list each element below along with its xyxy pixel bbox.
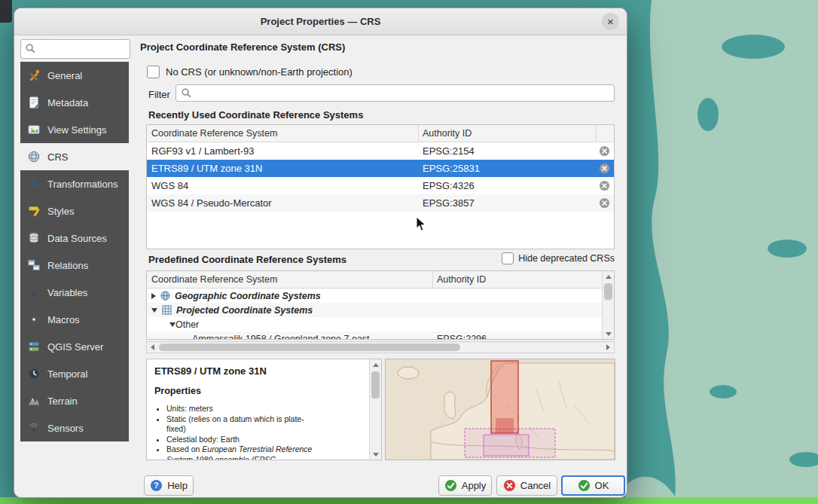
sidebar-item-relations[interactable]: Relations <box>20 252 129 279</box>
relations-icon <box>26 258 41 273</box>
crs-extent-map-preview <box>385 359 615 460</box>
sidebar-item-crs[interactable]: CRS <box>20 143 129 170</box>
crs-property-item: Celestial body: Earth <box>166 435 321 445</box>
collapse-icon[interactable] <box>169 322 176 327</box>
predefined-crs-row[interactable]: Ammassalik 1958 / Greenland zone 7 eastE… <box>147 331 614 340</box>
toolbar-fragment <box>0 0 12 23</box>
sidebar-item-label: Terrain <box>47 396 78 407</box>
projected-crs-icon <box>161 304 172 316</box>
predefined-crs-row[interactable]: Other <box>147 317 614 331</box>
crs-authority: EPSG:2296 <box>437 334 487 341</box>
sidebar-item-data-sources[interactable]: Data Sources <box>20 225 129 252</box>
crs-tree-label: Projected Coordinate Systems <box>176 305 313 316</box>
page-title: Project Coordinate Reference System (CRS… <box>140 41 345 53</box>
predefined-vertical-scrollbar[interactable] <box>602 271 614 339</box>
close-button[interactable]: × <box>602 13 619 30</box>
svg-text:ε: ε <box>32 287 37 298</box>
search-icon <box>25 43 36 57</box>
recent-crs-row[interactable]: WGS 84 / Pseudo-MercatorEPSG:3857 <box>147 194 614 212</box>
cancel-button-label: Cancel <box>520 480 551 491</box>
column-header-crs[interactable]: Coordinate Reference System <box>151 271 277 288</box>
remove-crs-icon[interactable] <box>599 180 610 191</box>
hide-deprecated-row: Hide deprecated CRSs <box>502 252 615 264</box>
scrollbar-thumb[interactable] <box>604 283 612 300</box>
sidebar-item-terrain[interactable]: Terrain <box>20 387 129 414</box>
sidebar-item-transformations[interactable]: Transformations <box>20 170 129 197</box>
statusbar-fragment <box>0 497 818 504</box>
sidebar-item-view-settings[interactable]: View Settings <box>20 116 129 143</box>
sidebar-item-temporal[interactable]: Temporal <box>20 360 129 387</box>
details-vertical-scrollbar[interactable] <box>369 359 381 460</box>
transformations-icon <box>26 176 41 191</box>
sidebar-item-sensors[interactable]: Sensors <box>20 414 129 441</box>
close-icon: × <box>607 15 614 28</box>
hide-deprecated-checkbox[interactable] <box>502 252 514 264</box>
column-header-authority[interactable]: Authority ID <box>423 125 472 142</box>
sidebar-item-styles[interactable]: Styles <box>20 197 129 225</box>
sidebar-item-metadata[interactable]: Metadata <box>20 89 129 116</box>
crs-property-item: Units: meters <box>166 404 321 414</box>
expand-icon[interactable] <box>151 293 156 299</box>
scrollbar-thumb[interactable] <box>159 344 460 351</box>
crs-details-panel: ETRS89 / UTM zone 31N Properties Units: … <box>146 359 382 460</box>
properties-heading: Properties <box>154 386 374 396</box>
recent-crs-table: Coordinate Reference System Authority ID… <box>146 124 615 249</box>
crs-tree-label: Geographic Coordinate Systems <box>175 291 321 301</box>
recent-crs-row[interactable]: WGS 84EPSG:4326 <box>147 177 614 194</box>
sidebar-item-label: CRS <box>47 151 68 163</box>
recent-crs-row[interactable]: RGF93 v1 / Lambert-93EPSG:2154 <box>147 142 614 160</box>
help-button-label: Help <box>167 480 188 491</box>
column-header-crs[interactable]: Coordinate Reference System <box>151 125 277 142</box>
sidebar-item-macros[interactable]: Macros <box>20 306 129 333</box>
no-crs-row: No CRS (or unknown/non-Earth projection) <box>147 66 353 78</box>
filter-input[interactable] <box>196 86 609 100</box>
data-sources-icon <box>26 231 41 246</box>
sidebar-item-qgis-server[interactable]: QGIS Server <box>20 333 129 360</box>
dialog-titlebar[interactable]: Project Properties — CRS × <box>14 8 627 35</box>
predefined-horizontal-scrollbar[interactable] <box>146 341 615 353</box>
remove-crs-icon[interactable] <box>599 197 610 209</box>
extent-map <box>386 359 615 460</box>
sidebar-item-label: Macros <box>47 314 80 325</box>
project-properties-dialog: Project Properties — CRS × GeneralMetada… <box>14 8 627 498</box>
crs-globe-icon <box>26 149 41 164</box>
selected-crs-name: ETRS89 / UTM zone 31N <box>154 365 374 377</box>
crs-name: WGS 84 / Pseudo-Mercator <box>151 194 272 212</box>
predefined-crs-row[interactable]: Projected Coordinate Systems <box>147 303 614 317</box>
help-button[interactable]: ? Help <box>144 475 194 496</box>
crs-authority: EPSG:25831 <box>423 160 480 177</box>
recent-section-title: Recently Used Coordinate Reference Syste… <box>148 109 363 121</box>
help-icon: ? <box>150 479 163 492</box>
sidebar-item-variables[interactable]: εVariables <box>20 279 129 306</box>
mouse-cursor <box>416 216 426 235</box>
view-settings-icon <box>26 122 41 137</box>
sidebar-item-label: Variables <box>47 287 87 298</box>
metadata-icon <box>26 95 41 110</box>
sidebar-item-general[interactable]: General <box>20 62 129 89</box>
remove-crs-icon[interactable] <box>599 163 610 174</box>
predefined-tree-body: Geographic Coordinate SystemsProjected C… <box>147 289 614 340</box>
predefined-crs-row[interactable]: Geographic Coordinate Systems <box>147 289 614 303</box>
sidebar-search <box>20 39 130 59</box>
recent-table-header: Coordinate Reference System Authority ID <box>147 125 614 142</box>
scrollbar-thumb[interactable] <box>371 371 380 399</box>
collapse-icon[interactable] <box>151 308 157 313</box>
crs-name: RGF93 v1 / Lambert-93 <box>151 142 255 160</box>
remove-crs-icon[interactable] <box>599 145 610 157</box>
predefined-crs-table: Coordinate Reference System Authority ID… <box>146 270 615 340</box>
predefined-section-title: Predefined Coordinate Reference Systems <box>148 254 346 265</box>
sidebar-item-label: Metadata <box>47 97 88 108</box>
crs-tree-label: Ammassalik 1958 / Greenland zone 7 east <box>192 334 370 341</box>
cancel-button[interactable]: Cancel <box>496 475 557 496</box>
sidebar-item-label: Relations <box>47 260 88 271</box>
sensors-icon <box>26 420 41 435</box>
apply-button[interactable]: Apply <box>438 475 492 496</box>
no-crs-checkbox[interactable] <box>147 66 160 78</box>
sidebar-search-input[interactable] <box>39 41 129 57</box>
column-header-authority[interactable]: Authority ID <box>437 271 486 288</box>
filter-field <box>176 84 615 102</box>
ok-button[interactable]: OK <box>561 475 625 496</box>
recent-crs-row[interactable]: ETRS89 / UTM zone 31NEPSG:25831 <box>147 160 614 177</box>
details-bullet-list: Units: metersStatic (relies on a datum w… <box>166 404 321 460</box>
sidebar-item-label: View Settings <box>47 124 107 136</box>
